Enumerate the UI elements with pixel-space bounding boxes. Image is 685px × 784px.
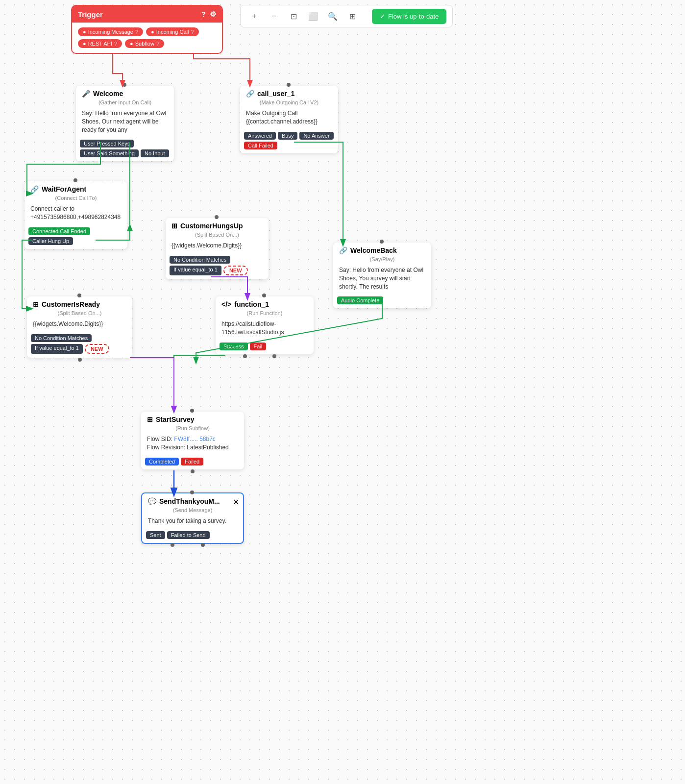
flow-canvas[interactable]: + − ⊡ ⬜ 🔍 ⊞ ✓ Flow is up-to-date Trigger… [0,0,685,784]
info-icon: ? [135,29,138,35]
gather-icon: 🎤 [82,90,90,98]
survey-header: ⊞ StartSurvey [141,412,244,425]
survey-footer: Completed Failed [141,456,244,469]
call-user-body: Make Outgoing Call{{contact.channel.addr… [240,107,338,130]
hungs-up-body: {{widgets.Welcome.Digits}} [166,240,269,254]
badge-user-pressed-keys: User Pressed Keys [80,140,134,147]
grid-button[interactable]: ⊞ [344,8,360,24]
welcome-back-top-dot [380,240,384,244]
flow-status-button[interactable]: ✓ Flow is up-to-date [372,9,446,24]
zoom-out-button[interactable]: − [266,8,282,24]
survey-top-dot [190,409,194,413]
wait-for-agent-node[interactable]: 🔗 WaitForAgent (Connect Call To) Connect… [24,181,127,249]
layout-button[interactable]: ⬜ [305,8,321,24]
welcome-back-header: 🔗 WelcomeBack [333,243,431,256]
function-title: function_1 [234,300,269,308]
circle-icon: ● [130,41,133,47]
badge-no-answer: No Answer [299,132,333,140]
split-icon-2: ⊞ [33,300,39,308]
hungs-up-top-dot [215,215,219,219]
welcome-back-title: WelcomeBack [350,246,397,254]
function-1-node[interactable]: </> function_1 (Run Function) https://ca… [216,296,314,354]
wait-body: Connect caller to+4915735986800,+4989628… [24,203,127,225]
call-user-footer: Answered Busy No Answer Call Failed [240,130,338,153]
trigger-incoming-call[interactable]: ● Incoming Call ? [146,27,198,36]
customer-hungs-up-node[interactable]: ⊞ CustomerHungsUp (Split Based On...) {{… [166,218,269,279]
thankyou-header: 💬 SendThankyouM... [142,493,243,507]
call-user-header: 🔗 call_user_1 [240,86,338,99]
function-bottom-right-dot [272,354,276,358]
badge-answered: Answered [244,132,276,140]
badge-failed: Failed [181,458,203,466]
send-thankyou-node[interactable]: ✕ 💬 SendThankyouM... (Send Message) Than… [141,492,244,544]
trigger-title: Trigger [78,10,103,19]
toolbar: + − ⊡ ⬜ 🔍 ⊞ ✓ Flow is up-to-date [240,5,453,27]
badge-if-value-equal-1: If value equal_to 1 [170,266,221,275]
is-ready-top-dot [77,294,81,297]
play-icon: 🔗 [339,246,347,254]
thankyou-footer: Sent Failed to Send [142,529,243,543]
welcome-subtitle: (Gather Input On Call) [76,99,174,107]
survey-title: StartSurvey [156,416,195,423]
badge-connected-call-ended: Connected Call Ended [28,227,90,235]
is-ready-footer: No Condition Matches If value equal_to 1… [27,332,132,358]
is-ready-body: {{widgets.Welcome.Digits}} [27,318,132,332]
hungs-up-subtitle: (Split Based On...) [166,232,269,240]
welcome-back-subtitle: (Say/Play) [333,256,431,264]
hungs-up-header: ⊞ CustomerHungsUp [166,218,269,232]
close-icon[interactable]: ✕ [233,497,239,507]
function-header: </> function_1 [216,296,314,310]
wait-subtitle: (Connect Call To) [24,195,127,203]
circle-icon: ● [83,29,86,35]
is-ready-header: ⊞ CustomerIsReady [27,296,132,310]
start-survey-node[interactable]: ⊞ StartSurvey (Run Subflow) Flow SID: FW… [141,412,244,469]
call-icon: 🔗 [246,90,254,98]
hungs-up-footer: No Condition Matches If value equal_to 1… [166,254,269,279]
survey-body: Flow SID: FW8ff..... 58b7c Flow Revision… [141,433,244,456]
function-bottom-left-dot [243,354,247,358]
flow-sid-start[interactable]: FW8ff..... [174,436,197,442]
wait-top-dot [73,178,77,182]
call-user-1-node[interactable]: 🔗 call_user_1 (Make Outgoing Call V2) Ma… [240,86,338,153]
welcome-node[interactable]: 🎤 Welcome (Gather Input On Call) Say: He… [76,86,174,161]
badge-completed: Completed [145,458,179,466]
welcome-back-node[interactable]: 🔗 WelcomeBack (Say/Play) Say: Hello from… [333,243,431,308]
badge-audio-complete: Audio Complete [337,296,383,304]
trigger-rest-api[interactable]: ● REST API ? [78,39,122,48]
code-icon: </> [221,300,231,308]
trigger-incoming-message[interactable]: ● Incoming Message ? [78,27,143,36]
search-button[interactable]: 🔍 [325,8,341,24]
wait-header: 🔗 WaitForAgent [24,181,127,195]
function-footer: Success Fail [216,341,314,354]
customer-is-ready-node[interactable]: ⊞ CustomerIsReady (Split Based On...) {{… [27,296,132,358]
badge-call-failed: Call Failed [244,142,277,149]
call-user-subtitle: (Make Outgoing Call V2) [240,99,338,107]
call-user-top-dot [287,83,291,87]
badge-success: Success [220,343,248,350]
welcome-body: Say: Hello from everyone at Owl Shoes, O… [76,107,174,138]
function-body: https://callstudioflow-1156.twil.io/call… [216,318,314,341]
info-icon: ? [156,41,159,47]
check-icon: ✓ [380,13,385,20]
wait-title: WaitForAgent [42,185,86,193]
info-icon: ? [191,29,194,35]
badge-caller-hung-up: Caller Hung Up [28,237,73,245]
fit-button[interactable]: ⊡ [286,8,301,24]
trigger-node[interactable]: Trigger ? ⚙ ● Incoming Message ? ● Incom… [71,5,223,54]
trigger-info-icon[interactable]: ? [201,10,206,19]
badge-new-1: NEW [223,266,248,275]
trigger-settings-icon[interactable]: ⚙ [210,10,216,19]
circle-icon: ● [83,41,86,47]
badge-fail: Fail [250,343,267,350]
survey-bottom-dot [191,469,195,473]
trigger-subflow[interactable]: ● Subflow ? [125,39,164,48]
welcome-back-body: Say: Hello from everyone at Owl Shoes, Y… [333,264,431,294]
split-icon: ⊞ [171,222,177,230]
flow-sid-end[interactable]: 58b7c [199,436,216,442]
zoom-in-button[interactable]: + [246,8,262,24]
info-icon: ? [114,41,117,47]
welcome-top-dot [122,83,126,87]
badge-if-value-equal-2: If value equal_to 1 [31,344,83,354]
thankyou-subtitle: (Send Message) [142,507,243,515]
welcome-back-footer: Audio Complete [333,294,431,308]
